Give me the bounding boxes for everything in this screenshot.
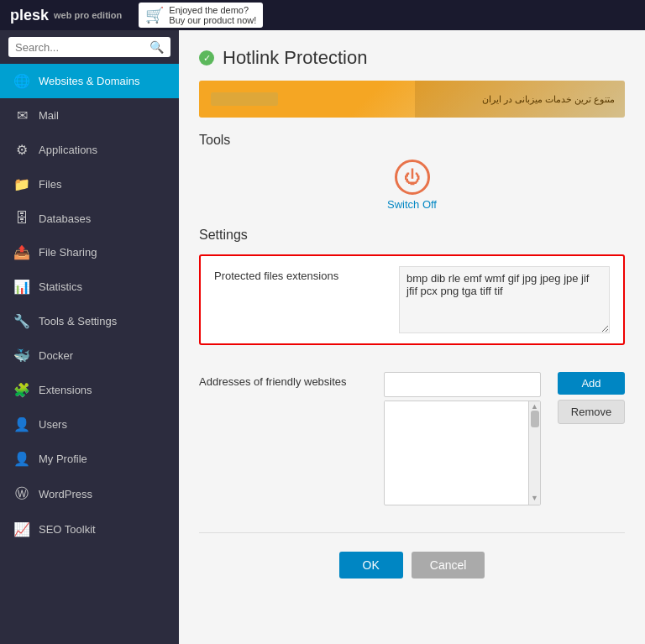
sidebar-item-my-profile[interactable]: 👤 My Profile: [0, 442, 179, 476]
sidebar-item-label: File Sharing: [39, 246, 97, 259]
friendly-inputs: ▲ ▼: [384, 372, 541, 505]
tools-icon: 🔧: [13, 313, 30, 329]
search-wrapper[interactable]: 🔍: [8, 37, 170, 57]
profile-icon: 👤: [13, 451, 30, 467]
sidebar-item-label: Users: [39, 418, 67, 431]
tools-section: Tools ⏻ Switch Off: [199, 133, 625, 211]
friendly-label: Addresses of friendly websites: [199, 372, 367, 388]
sidebar-item-seo-toolkit[interactable]: 📈 SEO Toolkit: [0, 512, 179, 547]
sidebar-item-label: My Profile: [39, 453, 87, 465]
friendly-websites-section: Addresses of friendly websites ▲ ▼: [199, 362, 625, 516]
sidebar-item-wordpress[interactable]: Ⓦ WordPress: [0, 476, 179, 512]
sidebar-item-label: Tools & Settings: [39, 315, 117, 327]
switch-off-label: Switch Off: [387, 198, 437, 211]
page-title: Hotlink Protection: [223, 47, 367, 69]
sidebar-item-files[interactable]: 📁 Files: [0, 167, 179, 202]
divider: [199, 532, 625, 533]
sidebar-item-extensions[interactable]: 🧩 Extensions: [0, 373, 179, 407]
search-box: 🔍: [0, 30, 179, 64]
sidebar-item-label: Applications: [39, 144, 97, 156]
tools-title: Tools: [199, 133, 625, 148]
friendly-list-wrap: ▲ ▼: [384, 401, 541, 505]
main-content: ✓ Hotlink Protection متنوع ترین خدمات می…: [179, 30, 645, 644]
sidebar-item-label: Files: [39, 178, 61, 191]
sidebar-item-users[interactable]: 👤 Users: [0, 407, 179, 442]
promo-banner-main: متنوع ترین خدمات میزبانی در ایران: [199, 81, 625, 118]
statistics-icon: 📊: [13, 279, 30, 295]
sidebar-item-label: Mail: [39, 109, 59, 122]
sidebar-item-mail[interactable]: ✉ Mail: [0, 98, 179, 133]
ok-button[interactable]: OK: [339, 552, 403, 579]
cancel-button[interactable]: Cancel: [412, 552, 485, 579]
logo: plesk web pro edition: [10, 7, 122, 24]
sidebar-item-tools-settings[interactable]: 🔧 Tools & Settings: [0, 304, 179, 338]
footer-buttons: OK Cancel: [199, 543, 625, 579]
banner-url-blur: [211, 92, 278, 106]
seo-icon: 📈: [13, 521, 30, 537]
sidebar: 🔍 🌐 Websites & Domains ✉ Mail ⚙ Applicat…: [0, 30, 179, 644]
sidebar-item-label: Statistics: [39, 280, 82, 293]
add-button[interactable]: Add: [558, 372, 625, 395]
sidebar-item-label: WordPress: [39, 488, 92, 500]
power-icon: ⏻: [395, 160, 430, 195]
edition-label: web pro edition: [54, 10, 122, 20]
settings-section: Settings Protected files extensions bmp …: [199, 228, 625, 579]
sidebar-item-databases[interactable]: 🗄 Databases: [0, 202, 179, 235]
plesk-wordmark: plesk: [10, 7, 49, 24]
applications-icon: ⚙: [13, 142, 30, 158]
friendly-list-textarea[interactable]: [385, 401, 540, 502]
docker-icon: 🐳: [13, 348, 30, 364]
remove-button[interactable]: Remove: [558, 400, 625, 424]
page-title-row: ✓ Hotlink Protection: [199, 47, 625, 69]
app-layout: 🔍 🌐 Websites & Domains ✉ Mail ⚙ Applicat…: [0, 30, 645, 644]
settings-title: Settings: [199, 228, 625, 243]
sidebar-item-docker[interactable]: 🐳 Docker: [0, 338, 179, 373]
sidebar-item-label: Databases: [39, 212, 91, 225]
mail-icon: ✉: [13, 107, 30, 123]
friendly-url-input[interactable]: [384, 372, 541, 397]
protected-label: Protected files extensions: [214, 266, 382, 282]
promo-icon: 🛒: [145, 6, 164, 24]
friendly-row: Addresses of friendly websites ▲ ▼: [199, 362, 625, 516]
scroll-up-icon: ▲: [531, 403, 538, 411]
banner-overlay-text: متنوع ترین خدمات میزبانی در ایران: [415, 81, 625, 118]
protected-extensions-box: Protected files extensions bmp dib rle e…: [199, 254, 625, 345]
sidebar-item-file-sharing[interactable]: 📤 File Sharing: [0, 235, 179, 270]
promo-text: Enjoyed the demo? Buy our product now!: [169, 5, 256, 25]
top-bar: plesk web pro edition 🛒 Enjoyed the demo…: [0, 0, 645, 30]
databases-icon: 🗄: [13, 211, 30, 226]
sidebar-item-websites-domains[interactable]: 🌐 Websites & Domains: [0, 64, 179, 98]
sidebar-item-statistics[interactable]: 📊 Statistics: [0, 270, 179, 304]
scrollbar: ▲ ▼: [528, 401, 540, 505]
sidebar-item-label: SEO Toolkit: [39, 523, 96, 536]
sidebar-item-applications[interactable]: ⚙ Applications: [0, 133, 179, 167]
scroll-down-icon: ▼: [531, 495, 538, 502]
sidebar-item-label: Extensions: [39, 384, 92, 396]
extensions-row: Protected files extensions bmp dib rle e…: [201, 256, 623, 343]
promo-banner[interactable]: 🛒 Enjoyed the demo? Buy our product now!: [139, 3, 263, 28]
wordpress-icon: Ⓦ: [13, 485, 30, 503]
sidebar-item-label: Websites & Domains: [39, 75, 139, 87]
file-sharing-icon: 📤: [13, 244, 30, 260]
status-dot: ✓: [199, 50, 214, 65]
friendly-action-buttons: Add Remove: [558, 372, 625, 424]
files-icon: 📁: [13, 176, 30, 192]
extensions-icon: 🧩: [13, 382, 30, 398]
websites-icon: 🌐: [13, 73, 30, 89]
scroll-thumb: [531, 411, 539, 427]
users-icon: 👤: [13, 416, 30, 432]
sidebar-item-label: Docker: [39, 349, 73, 362]
search-icon: 🔍: [149, 40, 164, 54]
search-input[interactable]: [15, 41, 149, 54]
extensions-textarea[interactable]: bmp dib rle emf wmf gif jpg jpeg jpe jif…: [399, 266, 610, 333]
switch-off-button[interactable]: ⏻ Switch Off: [199, 160, 625, 211]
